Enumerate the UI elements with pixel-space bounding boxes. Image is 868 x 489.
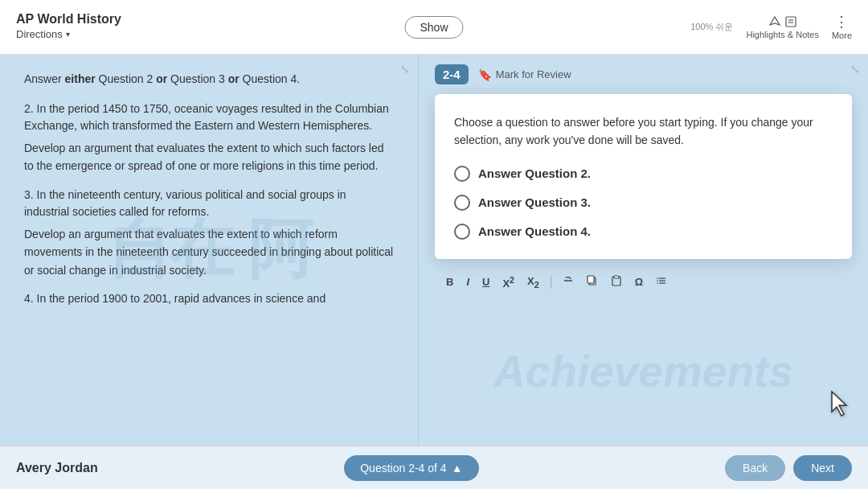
resize-icon-right: ⤡ — [850, 63, 860, 76]
mark-for-review-button[interactable]: 🔖 Mark for Review — [478, 68, 571, 81]
radio-circle-q4 — [454, 224, 470, 240]
bold-button[interactable]: B — [443, 274, 457, 290]
radio-option-q2[interactable]: Answer Question 2. — [454, 166, 833, 182]
omega-button[interactable]: Ω — [632, 274, 646, 290]
main-content: ⤡ Answer either Question 2 or Question 3… — [0, 55, 868, 446]
list-icon — [656, 275, 667, 286]
header-center: Show — [404, 16, 463, 39]
radio-label-q4: Answer Question 4. — [478, 224, 591, 238]
paste-button[interactable] — [608, 273, 625, 290]
strikethrough-icon — [563, 275, 574, 286]
question-item-2: 2. In the period 1450 to 1750, oceanic v… — [24, 101, 394, 175]
watermark-right: Achievements — [435, 346, 852, 397]
radio-label-q2: Answer Question 2. — [478, 166, 591, 180]
app-title: AP World History — [16, 12, 121, 27]
header: AP World History Directions ▾ Show 100% … — [0, 0, 868, 55]
svg-rect-7 — [614, 276, 619, 278]
svg-point-12 — [657, 281, 658, 282]
header-left: AP World History Directions ▾ — [16, 12, 121, 42]
radio-label-q3: Answer Question 3. — [478, 195, 591, 209]
show-button[interactable]: Show — [404, 16, 463, 39]
highlights-notes-button[interactable]: Highlights & Notes — [746, 15, 819, 39]
answer-instruction: Answer either Question 2 or Question 3 o… — [24, 71, 394, 88]
student-name: Avery Jordan — [16, 461, 98, 475]
toolbar-extra-1[interactable] — [559, 273, 577, 290]
or-bold-2: or — [228, 72, 240, 85]
underline-button[interactable]: U — [479, 274, 493, 290]
mark-review-label: Mark for Review — [496, 68, 571, 80]
footer-right: Back Next — [725, 455, 852, 481]
either-bold: either — [65, 72, 96, 85]
question-4-number: 4. In the period 1900 to 2001, rapid adv… — [24, 290, 394, 307]
radio-option-q4[interactable]: Answer Question 4. — [454, 224, 833, 240]
question-2-text: In the period 1450 to 1750, oceanic voya… — [24, 102, 389, 132]
question-nav-button[interactable]: Question 2-4 of 4 ▲ — [344, 455, 478, 481]
next-button[interactable]: Next — [793, 455, 852, 481]
question-nav-label: Question 2-4 of 4 — [360, 462, 446, 475]
more-button[interactable]: ⋮ More — [832, 14, 852, 40]
question-item-4: 4. In the period 1900 to 2001, rapid adv… — [24, 290, 394, 307]
highlights-notes-icons — [768, 15, 797, 28]
answer-selection-dialog: Choose a question to answer before you s… — [435, 94, 852, 259]
highlights-icon — [768, 15, 781, 28]
editor-toolbar: B I U X2 X2 — [435, 269, 852, 296]
svg-point-11 — [657, 278, 658, 280]
list-button[interactable] — [653, 273, 670, 290]
notes-icon — [784, 15, 797, 28]
toolbar-divider-1 — [551, 276, 551, 289]
question-2-number: 2. In the period 1450 to 1750, oceanic v… — [24, 101, 394, 134]
left-panel: ⤡ Answer either Question 2 or Question 3… — [0, 55, 418, 446]
header-right: 100% 쉬운 Highlights & Notes ⋮ More — [690, 14, 852, 40]
question-3-text: In the nineteenth century, various polit… — [24, 188, 346, 218]
question-3-develop: Develop an argument that evaluates the e… — [24, 225, 394, 279]
footer: Avery Jordan Question 2-4 of 4 ▲ Back Ne… — [0, 446, 868, 489]
svg-rect-0 — [786, 17, 796, 27]
directions-label: Directions — [16, 28, 63, 40]
back-button[interactable]: Back — [725, 455, 785, 481]
resize-icon-left: ⤡ — [400, 63, 410, 76]
italic-button[interactable]: I — [463, 274, 473, 290]
radio-circle-q2 — [454, 166, 470, 182]
radio-circle-q3 — [454, 195, 470, 211]
question-header: 2-4 🔖 Mark for Review — [435, 64, 852, 84]
chevron-down-icon: ▾ — [66, 30, 70, 39]
directions-button[interactable]: Directions ▾ — [16, 27, 121, 42]
superscript-button[interactable]: X2 — [499, 273, 518, 291]
copy-button[interactable] — [583, 273, 601, 290]
right-panel: ⤡ 2-4 🔖 Mark for Review Choose a questio… — [419, 55, 868, 446]
highlights-notes-label: Highlights & Notes — [746, 30, 819, 39]
question-2-develop: Develop an argument that evaluates the e… — [24, 139, 394, 175]
question-4-text: In the period 1900 to 2001, rapid advanc… — [37, 292, 326, 305]
question-badge: 2-4 — [435, 64, 469, 84]
more-dots-icon: ⋮ — [834, 14, 849, 29]
question-3-number: 3. In the nineteenth century, various po… — [24, 187, 394, 220]
dialog-instruction: Choose a question to answer before you s… — [454, 113, 833, 150]
more-label: More — [832, 31, 852, 40]
bookmark-icon: 🔖 — [478, 68, 492, 81]
chevron-up-icon: ▲ — [452, 462, 463, 475]
radio-option-q3[interactable]: Answer Question 3. — [454, 195, 833, 211]
question-item-3: 3. In the nineteenth century, various po… — [24, 187, 394, 279]
percent-info: 100% 쉬운 — [690, 21, 733, 33]
svg-point-13 — [657, 283, 658, 285]
svg-rect-5 — [588, 276, 594, 283]
or-bold-1: or — [156, 72, 167, 85]
paste-icon — [611, 275, 622, 286]
subscript-button[interactable]: X2 — [524, 273, 542, 291]
copy-icon — [587, 275, 598, 286]
